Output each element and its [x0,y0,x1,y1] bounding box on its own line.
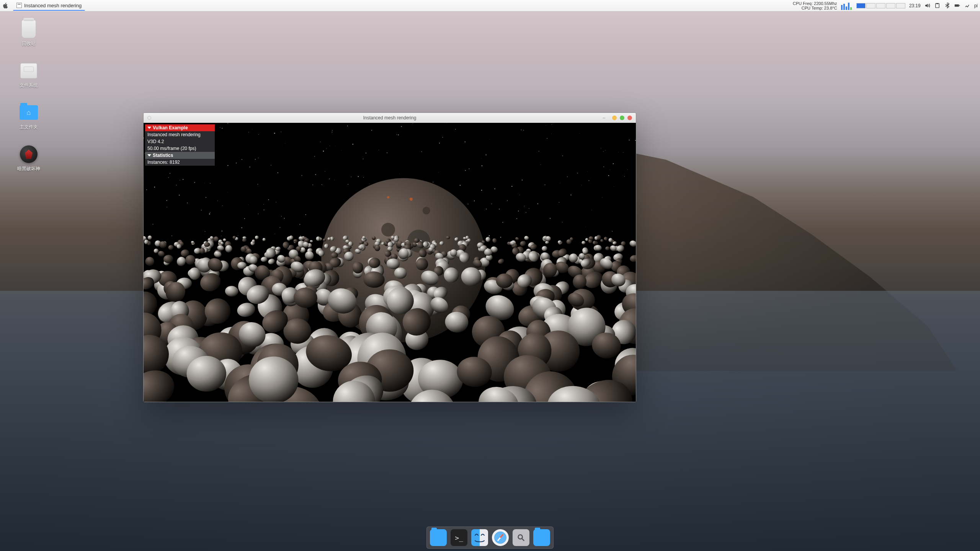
traffic-light-maximize[interactable] [620,116,624,120]
svg-point-192 [351,177,351,177]
debug-overlay[interactable]: Vulkan Example Instanced mesh rendering … [145,124,215,166]
dock-finder-icon[interactable] [471,529,488,546]
svg-point-65 [315,174,316,175]
svg-point-103 [258,134,259,135]
trash-label: 回收站 [22,41,36,47]
svg-point-21 [278,173,278,173]
taskbar-app-item[interactable]: Instanced mesh rendering [13,1,85,11]
taskbar-app-label: Instanced mesh rendering [24,3,82,8]
trash-icon[interactable]: 回收站 [11,19,46,47]
battery-icon[interactable] [954,3,960,9]
svg-point-203 [550,218,550,219]
svg-point-125 [552,124,552,125]
svg-point-87 [635,140,636,141]
render-viewport[interactable] [144,123,636,402]
svg-point-49 [217,201,218,201]
cpu-info: CPU Freq: 2200.55Mhz CPU Temp: 23.8°C [793,1,837,10]
svg-point-58 [539,151,539,151]
svg-point-220 [545,184,546,185]
svg-point-210 [330,146,330,146]
svg-point-11 [332,130,332,130]
overlay-header-label: Vulkan Example [153,125,188,130]
svg-point-115 [271,165,271,165]
dock-folder-icon[interactable] [533,529,550,546]
svg-point-163 [438,172,439,173]
svg-point-107 [255,159,256,160]
traffic-light-minimize[interactable] [612,116,617,120]
svg-point-105 [486,209,487,209]
svg-point-72 [489,235,490,236]
cpu-graph [841,2,853,10]
svg-point-135 [529,208,529,209]
svg-point-102 [221,236,221,236]
svg-point-64 [210,212,210,213]
collapse-arrow-icon[interactable] [147,127,151,129]
svg-point-173 [465,142,466,142]
svg-point-100 [547,138,547,139]
svg-point-136 [146,189,147,190]
ram-graph [856,3,905,8]
svg-point-200 [209,214,210,214]
bluetooth-icon[interactable] [944,3,951,9]
svg-point-121 [302,175,302,176]
svg-point-147 [284,218,285,219]
svg-point-144 [222,205,222,206]
volume-icon[interactable] [924,3,931,9]
game-app-icon[interactable]: 暗黑破坏神 [11,144,46,172]
svg-point-182 [227,165,228,166]
svg-point-222 [220,127,220,128]
svg-point-14 [465,170,466,171]
window-minimize-glyph[interactable]: – [603,115,605,121]
svg-point-150 [144,221,145,221]
svg-point-56 [242,159,242,160]
svg-point-39 [285,143,285,143]
svg-point-199 [353,144,353,145]
svg-point-94 [248,132,249,132]
svg-point-159 [264,210,265,210]
svg-point-157 [623,152,623,153]
dock-terminal-icon[interactable] [451,529,467,546]
overlay-instances: Instances: 8192 [145,159,215,166]
home-folder-icon[interactable]: ⌂ 主文件夹 [11,103,46,130]
svg-point-174 [222,128,223,129]
svg-point-53 [627,170,628,170]
svg-point-6 [369,184,369,184]
dock-files-icon[interactable] [430,529,447,546]
svg-point-82 [581,185,582,185]
svg-point-133 [227,123,228,124]
svg-point-169 [474,201,475,201]
dock-safari-icon[interactable] [492,529,509,546]
window-titlebar[interactable]: Instanced mesh rendering – [144,113,636,123]
svg-point-68 [567,176,568,177]
svg-point-35 [258,158,258,158]
svg-point-79 [371,130,372,131]
overlay-stats-header[interactable]: Statistics [145,152,215,159]
svg-point-226 [381,223,395,236]
svg-point-8 [603,166,604,167]
dock-search-icon[interactable] [513,529,529,546]
overlay-header[interactable]: Vulkan Example [145,124,215,131]
svg-point-74 [397,134,397,135]
svg-point-187 [494,188,495,189]
svg-point-137 [176,185,176,185]
svg-point-230 [387,196,389,198]
svg-point-93 [519,195,520,195]
filesystem-icon[interactable]: 文件系统 [11,61,46,89]
apple-menu-icon[interactable] [0,0,11,11]
svg-point-31 [518,210,519,211]
svg-point-118 [268,199,269,200]
dock[interactable] [426,527,554,549]
traffic-light-close[interactable] [627,116,632,120]
app-window[interactable]: Instanced mesh rendering – [143,112,636,402]
svg-point-123 [629,140,630,140]
window-menu-icon[interactable] [147,116,151,120]
filesystem-label: 文件系统 [20,82,38,89]
svg-point-227 [423,207,430,214]
svg-point-172 [326,148,327,149]
svg-point-142 [194,182,195,183]
collapse-arrow-icon[interactable] [147,154,151,156]
svg-point-204 [305,214,306,215]
clipboard-icon[interactable] [934,3,941,9]
network-icon[interactable] [964,3,970,9]
overlay-api: V3D 4.2 [145,138,215,145]
